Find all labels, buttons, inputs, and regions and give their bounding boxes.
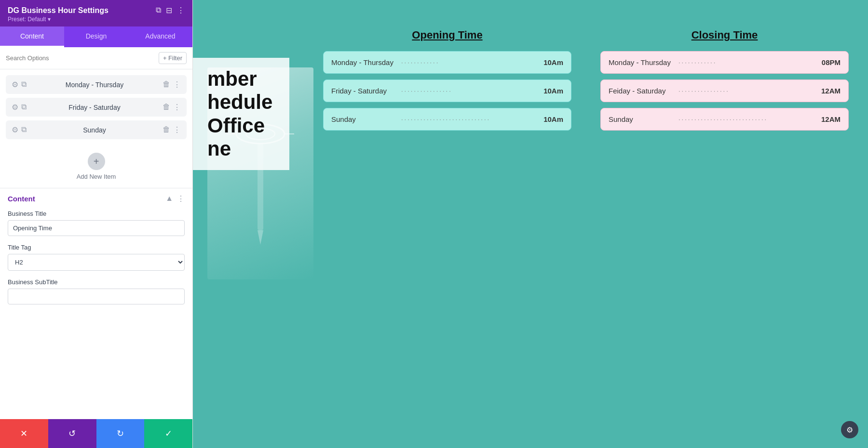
opening-time-column: Opening Time Monday - Thursday ·········… xyxy=(323,29,571,136)
duplicate-icon[interactable]: ⧉ xyxy=(21,80,27,89)
closing-time-1: 08PM xyxy=(816,58,841,66)
closing-time-2: 12AM xyxy=(816,87,841,95)
settings-icon[interactable]: ⚙ xyxy=(12,125,18,134)
filter-button[interactable]: + Filter xyxy=(159,52,187,64)
panel-preset[interactable]: Preset: Default ▾ xyxy=(8,16,185,23)
business-subtitle-field-group: Business SubTitle xyxy=(8,278,185,304)
closing-day-3: Sunday xyxy=(609,115,678,123)
list-item-left-icons: ⚙ ⧉ xyxy=(12,103,27,112)
list-item: ⚙ ⧉ Sunday 🗑 ⋮ xyxy=(6,120,187,139)
delete-icon[interactable]: 🗑 xyxy=(163,103,170,112)
list-item-label: Friday - Saturday xyxy=(30,104,159,111)
schedule-container: Opening Time Monday - Thursday ·········… xyxy=(323,29,849,136)
opening-day-3: Sunday xyxy=(331,115,401,123)
closing-row-3: Sunday ···························· 12AM xyxy=(600,108,849,131)
restore-icon[interactable]: ⧉ xyxy=(156,6,161,15)
list-item-right-icons: 🗑 ⋮ xyxy=(163,125,181,134)
search-bar: + Filter xyxy=(0,47,192,69)
list-item-left-icons: ⚙ ⧉ xyxy=(12,125,27,134)
closing-day-2: Feiday - Saturday xyxy=(609,87,678,95)
add-new-item[interactable]: + Add New Item xyxy=(0,145,192,188)
panel-header-icons: ⧉ ⊟ ⋮ xyxy=(156,6,185,15)
add-new-label: Add New Item xyxy=(77,173,116,180)
more-icon[interactable]: ⋮ xyxy=(173,103,181,112)
settings-icon[interactable]: ⚙ xyxy=(12,80,18,89)
opening-day-1: Monday - Thursday xyxy=(331,58,401,66)
business-title-label: Business Title xyxy=(8,210,185,217)
opening-time-1: 10Am xyxy=(539,58,563,66)
opening-row-3: Sunday ···························· 10Am xyxy=(323,108,571,131)
overlay-line-4: ne xyxy=(207,137,275,160)
closing-dots-2: ················ xyxy=(678,87,816,94)
opening-row-2: Friday - Saturday ················ 10Am xyxy=(323,79,571,102)
title-tag-select[interactable]: H2 H1 H3 H4 p xyxy=(8,254,185,271)
list-item-label: Monday - Thursday xyxy=(30,81,159,89)
title-tag-field-group: Title Tag H2 H1 H3 H4 p xyxy=(8,244,185,271)
closing-time-column: Closing Time Monday - Thursday ·········… xyxy=(600,29,849,136)
duplicate-icon[interactable]: ⧉ xyxy=(21,125,27,134)
content-section-actions: ▲ ⋮ xyxy=(165,194,185,203)
closing-time-3: 12AM xyxy=(816,115,841,123)
panel-header: DG Business Hour Settings ⧉ ⊟ ⋮ Preset: … xyxy=(0,0,192,26)
preview-text-overlay: mber hedule Office ne xyxy=(193,58,289,170)
closing-day-1: Monday - Thursday xyxy=(609,58,678,66)
more-icon[interactable]: ⋮ xyxy=(173,125,181,134)
title-tag-label: Title Tag xyxy=(8,244,185,251)
closing-dots-3: ···························· xyxy=(678,116,816,123)
opening-dots-1: ············ xyxy=(401,59,539,66)
delete-icon[interactable]: 🗑 xyxy=(163,80,170,89)
preview-area: mber hedule Office ne Opening Time Monda… xyxy=(193,0,868,448)
tab-advanced[interactable]: Advanced xyxy=(128,26,192,47)
add-new-circle-icon: + xyxy=(88,153,105,170)
collapse-icon[interactable]: ▲ xyxy=(165,194,173,203)
business-title-input[interactable] xyxy=(8,220,185,236)
duplicate-icon[interactable]: ⧉ xyxy=(21,103,27,112)
undo-button[interactable]: ↺ xyxy=(48,419,96,448)
opening-row-1: Monday - Thursday ············ 10Am xyxy=(323,51,571,74)
content-section-title: Content xyxy=(8,195,35,203)
closing-row-2: Feiday - Saturday ················ 12AM xyxy=(600,79,849,102)
overlay-line-3: Office xyxy=(207,114,275,137)
action-bar: ✕ ↺ ↻ ✓ xyxy=(0,419,192,448)
opening-day-2: Friday - Saturday xyxy=(331,87,401,95)
list-item-right-icons: 🗑 ⋮ xyxy=(163,103,181,112)
closing-time-title: Closing Time xyxy=(600,29,849,41)
search-input[interactable] xyxy=(6,54,155,62)
list-item-left-icons: ⚙ ⧉ xyxy=(12,80,27,89)
overlay-line-1: mber xyxy=(207,67,275,91)
list-item-right-icons: 🗑 ⋮ xyxy=(163,80,181,89)
svg-marker-5 xyxy=(258,230,263,245)
closing-row-1: Monday - Thursday ············ 08PM xyxy=(600,51,849,74)
opening-time-title: Opening Time xyxy=(323,29,571,41)
settings-icon[interactable]: ⚙ xyxy=(12,103,18,112)
options-icon[interactable]: ⋮ xyxy=(177,194,185,203)
delete-icon[interactable]: 🗑 xyxy=(163,125,170,134)
business-subtitle-input[interactable] xyxy=(8,289,185,304)
list-item: ⚙ ⧉ Friday - Saturday 🗑 ⋮ xyxy=(6,98,187,117)
panel-tabs: Content Design Advanced xyxy=(0,26,192,47)
business-subtitle-label: Business SubTitle xyxy=(8,278,185,286)
list-item: ⚙ ⧉ Monday - Thursday 🗑 ⋮ xyxy=(6,75,187,94)
list-item-label: Sunday xyxy=(30,126,159,134)
tab-design[interactable]: Design xyxy=(64,26,128,47)
opening-dots-3: ···························· xyxy=(401,116,539,123)
help-icon[interactable]: ⚙ xyxy=(841,421,858,438)
cancel-button[interactable]: ✕ xyxy=(0,419,48,448)
opening-time-2: 10Am xyxy=(539,87,563,95)
content-section-header: Content ▲ ⋮ xyxy=(8,194,185,203)
left-panel: DG Business Hour Settings ⧉ ⊟ ⋮ Preset: … xyxy=(0,0,193,448)
items-list: ⚙ ⧉ Monday - Thursday 🗑 ⋮ ⚙ ⧉ Friday - S… xyxy=(0,69,192,145)
tab-content[interactable]: Content xyxy=(0,26,64,47)
columns-icon[interactable]: ⊟ xyxy=(166,6,172,15)
redo-button[interactable]: ↻ xyxy=(96,419,145,448)
overlay-line-2: hedule xyxy=(207,91,275,114)
panel-title: DG Business Hour Settings xyxy=(8,6,108,15)
business-title-field-group: Business Title xyxy=(8,210,185,236)
more-icon[interactable]: ⋮ xyxy=(173,80,181,89)
opening-time-3: 10Am xyxy=(539,115,563,123)
confirm-button[interactable]: ✓ xyxy=(144,419,192,448)
more-options-icon[interactable]: ⋮ xyxy=(177,6,185,15)
opening-dots-2: ················ xyxy=(401,87,539,94)
closing-dots-1: ············ xyxy=(678,59,816,66)
content-section: Content ▲ ⋮ Business Title Title Tag H2 … xyxy=(0,188,192,448)
